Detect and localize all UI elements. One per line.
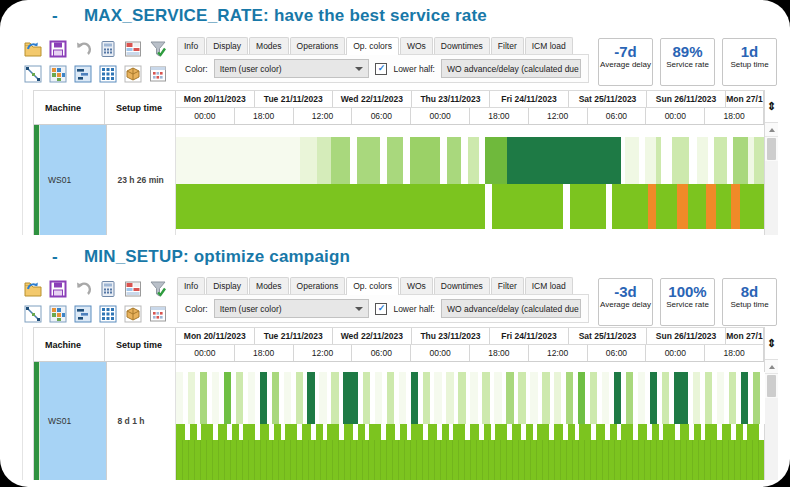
scrollbar-track[interactable] (765, 398, 778, 480)
gantt-view-icon[interactable] (72, 63, 93, 84)
gantt-operation-segment[interactable] (652, 424, 659, 440)
lower-half-select[interactable]: WO advance/delay (calculated due da (441, 299, 581, 318)
undo-icon[interactable] (72, 278, 93, 299)
gantt-operation-segment[interactable] (494, 372, 501, 424)
gantt-operation-segment[interactable] (176, 424, 185, 440)
date-header-cell[interactable]: Fri 24/11/2023 (490, 328, 569, 344)
gantt-operation-segment[interactable] (731, 184, 740, 229)
gantt-operation-segment[interactable] (747, 424, 759, 440)
gantt-operation-segment[interactable] (662, 372, 669, 424)
date-header-cell[interactable]: Wed 22/11/2023 (333, 91, 412, 107)
gantt-operation-segment[interactable] (554, 372, 561, 424)
gantt-operation-segment[interactable] (369, 424, 381, 440)
lower-half-select[interactable]: WO advance/delay (calculated due da (441, 59, 581, 78)
gantt-operation-segment[interactable] (190, 424, 197, 440)
gantt-operation-segment[interactable] (610, 424, 617, 440)
time-header-cell[interactable]: 18:00 (470, 108, 529, 124)
gantt-operation-segment[interactable] (714, 137, 728, 184)
tab-wos[interactable]: WOs (400, 277, 433, 294)
gantt-operation-segment[interactable] (705, 424, 717, 440)
tab-icm-load[interactable]: ICM load (525, 277, 573, 294)
tab-operations[interactable]: Operations (290, 277, 346, 294)
gantt-operation-segment[interactable] (399, 372, 406, 424)
time-header-cell[interactable]: 18:00 (235, 345, 294, 361)
date-header-cell[interactable]: Mon 20/11/2023 (176, 328, 255, 344)
date-header-cell[interactable]: Fri 24/11/2023 (490, 91, 569, 107)
open-icon[interactable] (22, 278, 43, 299)
gantt-operation-segment[interactable] (554, 424, 563, 440)
date-header-cell[interactable]: Sun 26/11/2023 (647, 328, 726, 344)
gantt-operation-segment[interactable] (453, 424, 465, 440)
splitter-icon[interactable]: ⇕ (765, 90, 778, 123)
gantt-operation-segment[interactable] (363, 372, 370, 424)
package-icon[interactable] (122, 303, 143, 324)
grid-view-icon[interactable] (97, 303, 118, 324)
machine-cell[interactable]: WS01 (34, 125, 107, 235)
date-header-cell[interactable]: Mon 20/11/2023 (176, 91, 255, 107)
gantt-operation-segment[interactable] (705, 372, 712, 424)
time-header-cell[interactable]: 12:00 (529, 108, 588, 124)
splitter-icon[interactable]: ⇕ (765, 327, 778, 360)
tab-modes[interactable]: Modes (249, 277, 289, 294)
calendar-tasks-icon[interactable] (147, 63, 168, 84)
gantt-operation-segment[interactable] (331, 372, 338, 424)
tab-operations[interactable]: Operations (290, 37, 346, 54)
filter-check-icon[interactable] (147, 38, 168, 59)
gantt-operation-segment[interactable] (327, 424, 339, 440)
gantt-operation-segment[interactable] (578, 372, 585, 424)
scroll-up-button[interactable] (765, 360, 778, 374)
tab-op-colors[interactable]: Op. colors (346, 277, 399, 295)
gantt-operation-segment[interactable] (650, 372, 657, 424)
gantt-operation-segment[interactable] (507, 137, 620, 184)
date-header-cell[interactable]: Thu 23/11/2023 (412, 328, 491, 344)
open-icon[interactable] (22, 38, 43, 59)
date-header-cell[interactable]: Sat 25/11/2023 (569, 328, 648, 344)
date-header-cell[interactable]: Sun 26/11/2023 (647, 91, 726, 107)
gantt-operation-segment[interactable] (285, 424, 297, 440)
time-header-cell[interactable]: 06:00 (352, 108, 411, 124)
scrollbar-track[interactable] (765, 161, 778, 235)
lower-half-checkbox[interactable]: ✓ (375, 63, 387, 75)
calculator-icon[interactable] (97, 38, 118, 59)
gantt-operation-segment[interactable] (645, 137, 656, 184)
time-header-cell[interactable]: 00:00 (411, 108, 470, 124)
calculator-icon[interactable] (97, 278, 118, 299)
gantt-operation-segment[interactable] (284, 372, 291, 424)
color-select[interactable]: Item (user color) (214, 299, 370, 318)
gantt-operation-segment[interactable] (484, 424, 491, 440)
gantt-operation-segment[interactable] (596, 424, 605, 440)
package-icon[interactable] (122, 63, 143, 84)
time-header-cell[interactable]: 12:00 (294, 108, 353, 124)
setup-time-column-header[interactable]: Setup time (105, 91, 176, 124)
gantt-operation-segment[interactable] (688, 184, 706, 229)
tab-info[interactable]: Info (177, 277, 205, 294)
gantt-operation-segment[interactable] (218, 424, 227, 440)
date-header-cell[interactable]: Wed 22/11/2023 (333, 328, 412, 344)
tab-downtimes[interactable]: Downtimes (434, 37, 490, 54)
tab-op-colors[interactable]: Op. colors (346, 37, 399, 55)
date-header-cell[interactable]: Tue 21/11/2023 (255, 328, 334, 344)
time-header-cell[interactable]: 18:00 (705, 345, 764, 361)
gantt-operation-segment[interactable] (579, 424, 591, 440)
gantt-operation-segment[interactable] (482, 372, 489, 424)
gantt-operation-segment[interactable] (343, 372, 358, 424)
gantt-operation-segment[interactable] (176, 184, 485, 229)
gantt-operation-segment[interactable] (570, 184, 606, 229)
tab-wos[interactable]: WOs (400, 37, 433, 54)
gantt-operation-segment[interactable] (602, 372, 609, 424)
gantt-operation-segment[interactable] (200, 372, 207, 424)
gantt-operation-segment[interactable] (212, 372, 219, 424)
time-header-cell[interactable]: 18:00 (235, 108, 294, 124)
trend-line-icon[interactable] (22, 63, 43, 84)
vertical-scrollbar[interactable]: ⇕ (764, 327, 778, 480)
gantt-operation-segment[interactable] (733, 137, 748, 184)
gantt-operation-segment[interactable] (754, 137, 764, 184)
gantt-operation-segment[interactable] (638, 424, 647, 440)
time-header-cell[interactable]: 12:00 (294, 345, 353, 361)
gantt-operation-segment[interactable] (722, 424, 731, 440)
tab-icm-load[interactable]: ICM load (525, 37, 573, 54)
gantt-operation-segment[interactable] (201, 424, 213, 440)
gantt-operation-segment[interactable] (612, 184, 648, 229)
gantt-operation-segment[interactable] (492, 184, 563, 229)
gantt-operation-segment[interactable] (387, 137, 404, 184)
